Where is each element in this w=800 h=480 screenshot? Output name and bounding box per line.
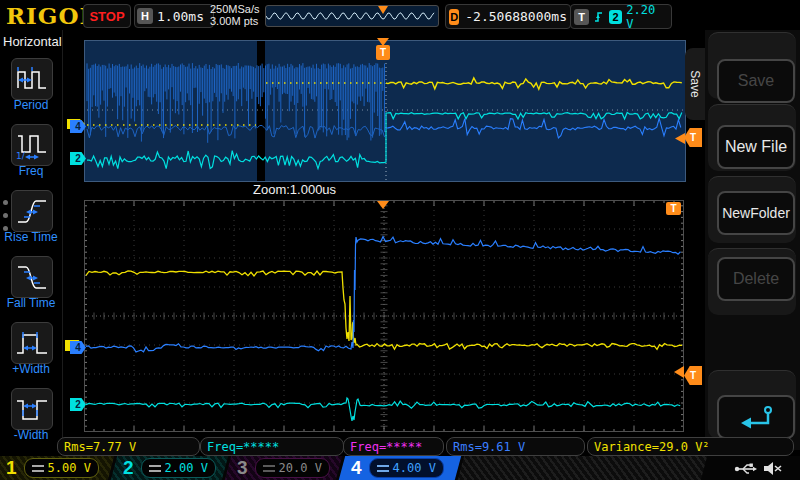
measure-menu-title: Horizontal [3, 34, 62, 49]
menu-item-freq-label: Freq [0, 164, 62, 178]
menu-item-rise-time-label: Rise Time [0, 230, 62, 244]
delay-label: D [449, 9, 459, 25]
usb-icon [734, 461, 758, 476]
fall-time-icon [14, 261, 50, 293]
zoomed-waveform-area: T [84, 200, 684, 432]
delete-button[interactable]: Delete [717, 257, 795, 301]
trigger-source-badge: 2 [609, 10, 622, 24]
zoom-scale-label: Zoom:1.000us [253, 182, 336, 197]
menu-item-fall-time[interactable] [11, 256, 53, 298]
oscilloscope-screen: RIGOL STOP H 1.00ms 250MSa/s 3.00M pts D… [0, 0, 800, 480]
channel-4-scale: 4.00 V [393, 461, 436, 475]
preview-trigger-position-icon [378, 6, 388, 14]
menu-item-minus-width[interactable] [11, 388, 53, 430]
svg-text:1/: 1/ [16, 151, 26, 161]
channel-bar-filler [458, 456, 707, 480]
channel-3-scale: 20.0 V [279, 461, 322, 475]
channel-1-slot[interactable]: 1 5.00 V [0, 456, 114, 480]
channel-3-number: 3 [237, 456, 248, 480]
page-indicator-dot [3, 200, 8, 205]
measurement-freq-ch3: Freq=***** [343, 437, 444, 456]
back-button[interactable] [717, 395, 795, 439]
page-indicator-dot [3, 213, 8, 218]
menu-item-period-label: Period [0, 98, 62, 112]
timebase-label: H [137, 8, 153, 24]
period-icon [14, 63, 50, 95]
trigger-readout: T 2 2.20 V [570, 4, 672, 29]
delay-readout: D -2.50688000ms [445, 4, 571, 29]
preview-waveform [266, 6, 436, 24]
channel-4-number: 4 [351, 456, 362, 480]
channel-4-slot[interactable]: 4 4.00 V [339, 456, 461, 480]
channel-2-scale: 2.00 V [165, 461, 208, 475]
channel-2-number: 2 [123, 456, 134, 480]
freq-icon: 1/ [14, 129, 50, 161]
save-menu-tab: Save [685, 48, 705, 120]
channel-1-scale-box: 5.00 V [24, 458, 99, 478]
dc-coupling-icon [149, 465, 161, 472]
menu-item-freq[interactable]: 1/ [11, 124, 53, 166]
menu-item-rise-time[interactable] [11, 190, 53, 232]
measurement-variance: Variance=29.0 V² [587, 437, 794, 456]
channel-2-slot[interactable]: 2 2.00 V [111, 456, 228, 480]
trigger-level-tab-zoom[interactable]: T [684, 366, 702, 385]
rise-time-icon [14, 195, 50, 227]
dc-coupling-icon [32, 465, 44, 472]
trigger-label: T [574, 9, 589, 25]
menu-item-minus-width-label: -Width [0, 428, 62, 442]
save-button[interactable]: Save [717, 59, 795, 103]
delay-value: -2.50688000ms [465, 9, 567, 24]
channel-status-bar: 1 5.00 V 2 2.00 V 3 20.0 V [0, 456, 800, 480]
measurement-rms-ch4: Rms=9.61 V [446, 437, 585, 456]
timebase-value: 1.00ms [157, 9, 204, 24]
menu-item-plus-width[interactable] [11, 322, 53, 364]
dc-coupling-icon [377, 465, 389, 472]
waveform-preview-bar [265, 5, 439, 27]
channel-3-scale-box: 20.0 V [255, 458, 330, 478]
plus-width-icon [14, 327, 50, 359]
overview-waveform-area [84, 40, 686, 182]
overview-plot [85, 41, 685, 181]
memory-depth: 3.00M pts [210, 15, 260, 27]
new-folder-button[interactable]: NewFolder [717, 191, 795, 235]
menu-item-fall-time-label: Fall Time [0, 296, 62, 310]
return-arrow-icon [735, 404, 777, 430]
acquisition-readout: 250MSa/s 3.00M pts [210, 3, 260, 27]
trigger-level-tab-overview[interactable]: T [684, 128, 702, 147]
channel-2-scale-box: 2.00 V [141, 458, 216, 478]
new-file-button[interactable]: New File [717, 125, 795, 169]
channel-1-number: 1 [6, 456, 17, 480]
minus-width-icon [14, 393, 50, 425]
speaker-muted-icon [762, 460, 784, 477]
sample-rate: 250MSa/s [210, 3, 260, 15]
channel-4-scale-box: 4.00 V [369, 458, 444, 478]
channel-3-slot[interactable]: 3 20.0 V [225, 456, 342, 480]
menu-item-plus-width-label: +Width [0, 362, 62, 376]
timebase-readout: H 1.00ms [134, 4, 214, 28]
run-state-badge: STOP [83, 4, 131, 28]
zoomed-plot: T [84, 200, 684, 432]
trigger-position-flag[interactable]: T [376, 45, 390, 60]
channel-1-scale: 5.00 V [48, 461, 91, 475]
dc-coupling-icon [263, 465, 275, 472]
rising-edge-icon [593, 9, 605, 24]
measurement-freq-ch2: Freq=***** [200, 437, 344, 456]
svg-text:T: T [670, 203, 676, 214]
trigger-level-value: 2.20 V [626, 3, 668, 31]
measurement-rms-ch1: Rms=7.77 V [57, 437, 200, 456]
menu-item-period[interactable] [11, 58, 53, 100]
